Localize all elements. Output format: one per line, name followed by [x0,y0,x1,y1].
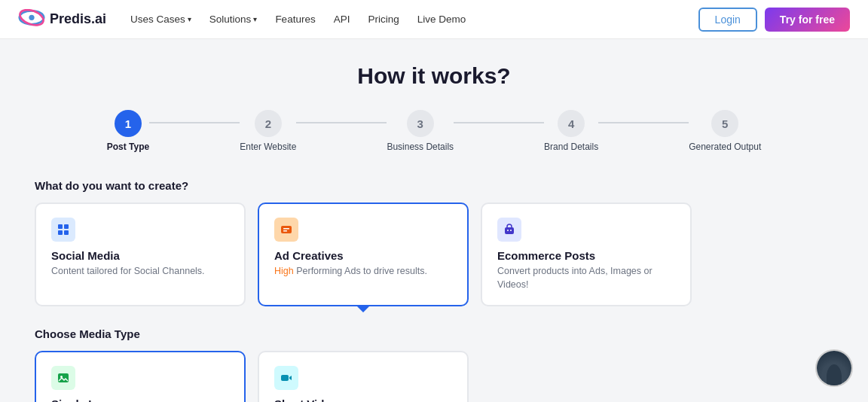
page-title: How it works? [35,63,833,89]
card-single-image[interactable]: Single Image A single template post [35,351,246,402]
card-ecommerce-posts[interactable]: Ecommerce Posts Convert products into Ad… [481,203,692,306]
nav-link-features[interactable]: Features [275,14,315,25]
step-2: 2 Enter Website [240,110,296,152]
svg-point-11 [507,230,509,231]
step-label-5: Generated Output [689,142,761,152]
social-media-title: Social Media [51,249,229,262]
step-label-4: Brand Details [544,142,598,152]
ecommerce-icon [497,218,521,242]
logo-text: Predis.ai [50,11,106,27]
card-ad-creatives[interactable]: Ad Creatives High Performing Ads to driv… [258,203,469,306]
try-for-free-button[interactable]: Try for free [765,8,850,32]
avatar[interactable] [815,349,853,387]
nav-link-live-demo[interactable]: Live Demo [417,14,466,25]
post-type-cards: Social Media Content tailored for Social… [35,203,833,306]
svg-rect-5 [58,230,63,235]
short-video-icon [274,366,298,390]
svg-rect-4 [64,224,69,229]
svg-rect-3 [58,224,63,229]
nav-link-pricing[interactable]: Pricing [368,14,399,25]
media-type-cards: Single Image A single template post Shor… [35,351,475,402]
section2-label: Choose Media Type [35,327,833,340]
step-line-1-2 [149,122,240,123]
logo-icon [18,9,45,30]
avatar-silhouette [827,364,842,385]
social-media-icon [51,218,75,242]
navbar: Predis.ai Uses Cases ▾ Solutions ▾ Featu… [0,0,868,39]
step-label-3: Business Details [387,142,454,152]
step-1: 1 Post Type [107,110,149,152]
step-circle-3: 3 [407,110,434,137]
step-3: 3 Business Details [387,110,454,152]
logo[interactable]: Predis.ai [18,9,106,30]
step-circle-5: 5 [711,110,738,137]
avatar-image [817,351,851,385]
svg-point-12 [510,230,512,231]
stepper: 1 Post Type 2 Enter Website 3 Business D… [35,110,833,152]
svg-rect-9 [283,230,287,232]
step-line-4-5 [598,122,689,123]
svg-rect-8 [283,228,289,230]
svg-point-2 [29,14,34,20]
chevron-down-icon: ▾ [253,15,257,23]
svg-rect-7 [281,226,292,233]
nav-link-solutions[interactable]: Solutions ▾ [209,14,258,25]
chevron-down-icon: ▾ [188,15,191,23]
step-line-3-4 [454,122,544,123]
nav-link-use-cases[interactable]: Uses Cases ▾ [130,14,191,25]
svg-rect-10 [505,227,514,234]
ecommerce-title: Ecommerce Posts [497,249,675,262]
step-4: 4 Brand Details [544,110,598,152]
svg-rect-6 [64,230,69,235]
single-image-title: Single Image [51,397,229,402]
step-circle-4: 4 [558,110,585,137]
main-content: How it works? 1 Post Type 2 Enter Websit… [20,39,848,402]
step-5: 5 Generated Output [689,110,761,152]
single-image-icon [51,366,75,390]
card-social-media[interactable]: Social Media Content tailored for Social… [35,203,246,306]
svg-rect-13 [58,373,69,382]
nav-link-api[interactable]: API [334,14,350,25]
section1-label: What do you want to create? [35,179,833,192]
svg-rect-15 [281,375,289,381]
step-line-2-3 [296,122,387,123]
social-media-desc: Content tailored for Social Channels. [51,265,229,279]
step-label-2: Enter Website [240,142,296,152]
nav-links: Uses Cases ▾ Solutions ▾ Features API Pr… [130,14,698,25]
step-circle-1: 1 [115,110,142,137]
nav-actions: Login Try for free [698,8,850,32]
ad-creatives-title: Ad Creatives [274,249,452,262]
step-label-1: Post Type [107,142,149,152]
login-button[interactable]: Login [698,8,757,32]
short-video-title: Short Video [274,397,452,402]
ad-creatives-desc-suffix: Performing Ads to drive results. [294,266,427,276]
ecommerce-desc: Convert products into Ads, Images or Vid… [497,265,675,291]
ad-creatives-highlight: High [274,266,294,276]
svg-point-14 [60,376,63,378]
step-circle-2: 2 [255,110,282,137]
ad-creatives-icon [274,218,298,242]
ad-creatives-desc: High Performing Ads to drive results. [274,265,452,279]
card-short-video[interactable]: Short Video Quick videos up to 15 second… [258,351,469,402]
